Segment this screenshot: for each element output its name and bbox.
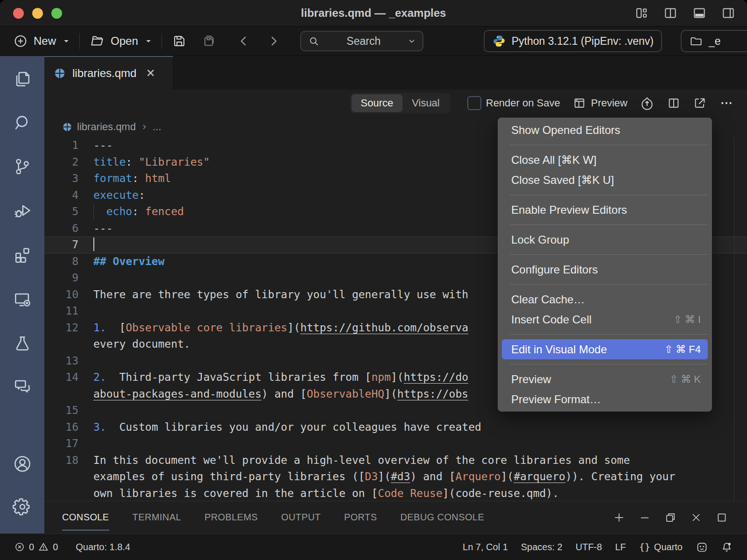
close-window-button[interactable] <box>13 8 24 19</box>
source-mode-button[interactable]: Source <box>352 94 403 112</box>
panel-tab-debug-console[interactable]: DEBUG CONSOLE <box>400 501 484 533</box>
quarto-version-status[interactable]: Quarto: 1.8.4 <box>76 542 130 553</box>
breadcrumb-file[interactable]: libraries.qmd <box>77 121 136 133</box>
code-line-18-wrap2[interactable]: own libraries is covered in the article … <box>44 485 747 501</box>
close-tab-icon[interactable]: ✕ <box>146 67 155 80</box>
menu-item-clear-cache[interactable]: Clear Cache… <box>498 289 712 309</box>
status-encoding[interactable]: UTF-8 <box>576 542 602 553</box>
activity-bar <box>0 56 44 533</box>
interpreter-label: Python 3.12.1 (PipEnv: .venv) <box>512 35 654 48</box>
new-button[interactable]: New <box>13 34 70 49</box>
sessions-icon[interactable] <box>12 289 33 310</box>
panel-tab-terminal[interactable]: TERMINAL <box>133 501 181 533</box>
menu-item-preview-format[interactable]: Preview Format… <box>498 389 712 409</box>
breadcrumb-more[interactable]: ... <box>153 121 161 133</box>
search-icon[interactable] <box>12 112 33 133</box>
open-button[interactable]: Open <box>89 33 152 49</box>
code-line-18[interactable]: 18In this document we'll provide a high-… <box>44 452 747 469</box>
problems-status[interactable]: 0 0 <box>14 541 58 553</box>
panel-tab-ports[interactable]: PORTS <box>344 501 377 533</box>
app-window: libraries.qmd — _examples <box>0 0 747 560</box>
run-debug-icon[interactable] <box>12 200 33 221</box>
menu-item-edit-in-visual-mode[interactable]: Edit in Visual Mode⇧ ⌘ F4 <box>502 339 708 359</box>
maximize-icon <box>715 511 728 524</box>
save-all-button[interactable] <box>200 33 216 49</box>
code-line-18-wrap1[interactable]: examples of using third-party libraries … <box>44 469 747 485</box>
python-icon <box>492 34 506 48</box>
testing-icon[interactable] <box>12 333 33 354</box>
visual-mode-button[interactable]: Visual <box>402 94 449 112</box>
settings-icon[interactable] <box>12 496 33 518</box>
code-line-16[interactable]: 163. Custom libraries you and/or your co… <box>44 419 747 436</box>
close-panel-button[interactable] <box>690 511 703 524</box>
restore-panel-button[interactable] <box>664 511 677 524</box>
toggle-secondary-sidebar-icon[interactable] <box>720 5 737 21</box>
panel-tab-console[interactable]: CONSOLE <box>62 501 109 533</box>
menu-item-configure-editors[interactable]: Configure Editors <box>498 259 712 280</box>
more-actions-button[interactable] <box>719 96 734 111</box>
split-editor-layout-icon[interactable] <box>662 5 679 21</box>
code-line-17[interactable]: 17 <box>44 435 747 452</box>
line-number: 1 <box>44 137 78 154</box>
panel-tab-output[interactable]: OUTPUT <box>281 501 321 533</box>
minimize-window-button[interactable] <box>32 8 43 19</box>
traffic-lights <box>13 8 62 19</box>
customize-layout-icon[interactable] <box>633 5 650 21</box>
line-number: 2 <box>44 154 78 171</box>
feedback-button[interactable] <box>696 541 708 553</box>
render-button[interactable] <box>640 96 655 111</box>
language-label: Quarto <box>654 542 683 553</box>
menu-item-label: Show Opened Editors <box>511 124 620 137</box>
code-text <box>93 237 94 253</box>
error-count: 0 <box>29 542 34 553</box>
feedback-icon <box>696 541 708 553</box>
minimize-panel-button[interactable] <box>638 511 651 524</box>
search-placeholder: Search <box>324 35 403 48</box>
chevron-down-icon <box>63 37 70 45</box>
forward-icon <box>267 34 281 48</box>
back-button[interactable] <box>237 34 251 48</box>
preview-button[interactable]: Preview <box>572 96 627 110</box>
close-icon <box>690 511 703 524</box>
menu-item-insert-code-cell[interactable]: Insert Code Cell⇧ ⌘ I <box>498 309 712 329</box>
open-new-window-button[interactable] <box>693 96 707 110</box>
interpreter-selector[interactable]: Python 3.12.1 (PipEnv: .venv) <box>484 30 662 52</box>
panel-tab-problems[interactable]: PROBLEMS <box>204 501 258 533</box>
source-control-icon[interactable] <box>12 156 33 177</box>
status-indentation[interactable]: Spaces: 2 <box>521 542 563 553</box>
account-icon[interactable] <box>12 453 33 475</box>
code-text: title: "Libraries" <box>93 154 210 171</box>
extensions-icon[interactable] <box>12 245 33 266</box>
forward-button[interactable] <box>267 34 281 48</box>
menu-item-lock-group[interactable]: Lock Group <box>498 230 712 250</box>
toggle-panel-icon[interactable] <box>691 5 708 21</box>
restore-icon <box>664 511 677 524</box>
scrollbar-divider <box>734 137 734 501</box>
menu-item-close-saved-k-u[interactable]: Close Saved [⌘K U] <box>498 170 712 190</box>
menu-separator <box>510 334 707 335</box>
open-label: Open <box>111 35 138 48</box>
tab-libraries-qmd[interactable]: libraries.qmd ✕ <box>44 56 173 90</box>
explorer-icon[interactable] <box>12 68 33 90</box>
render-on-save-checkbox[interactable] <box>467 96 481 110</box>
status-cursor-position[interactable]: Ln 7, Col 1 <box>463 542 508 553</box>
menu-item-show-opened-editors[interactable]: Show Opened Editors <box>498 120 712 140</box>
comments-icon[interactable] <box>12 376 33 397</box>
notifications-button[interactable] <box>720 541 733 553</box>
status-eol[interactable]: LF <box>615 542 626 553</box>
zoom-window-button[interactable] <box>51 8 62 19</box>
menu-item-close-all-k-w[interactable]: Close All [⌘K W] <box>498 150 712 170</box>
menu-item-enable-preview-editors[interactable]: Enable Preview Editors <box>498 200 712 220</box>
search-input[interactable]: Search <box>300 31 423 51</box>
line-number: 13 <box>44 353 78 370</box>
save-button[interactable] <box>171 33 187 49</box>
maximize-panel-button[interactable] <box>715 511 728 524</box>
code-text: 2. Third-party JavaScript libraries from… <box>93 369 468 386</box>
menu-item-preview[interactable]: Preview⇧ ⌘ K <box>498 369 712 389</box>
workspace-button[interactable]: _e <box>681 30 747 52</box>
add-console-button[interactable] <box>613 511 626 524</box>
language-mode-status[interactable]: {} Quarto <box>639 541 683 553</box>
split-editor-button[interactable] <box>667 96 681 110</box>
folder-icon <box>689 34 703 48</box>
line-number: 6 <box>44 220 78 237</box>
